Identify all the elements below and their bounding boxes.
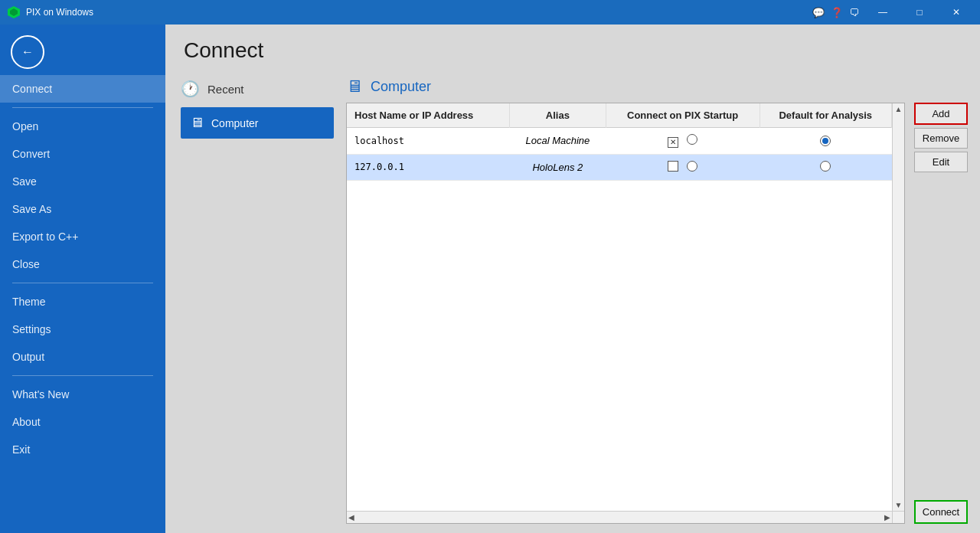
close-button[interactable]: ✕: [939, 0, 974, 25]
default-radio-1[interactable]: [820, 136, 831, 146]
sidebar-item-close[interactable]: Close: [0, 250, 165, 278]
sidebar-item-connect[interactable]: Connect: [0, 75, 165, 103]
scroll-right-arrow[interactable]: ▶: [884, 513, 890, 522]
cell-alias-1: Local Machine: [510, 128, 606, 155]
sidebar-label-save: Save: [12, 175, 37, 188]
connect-radio-1[interactable]: [687, 134, 697, 145]
col-host: Host Name or IP Address: [347, 103, 510, 128]
edit-button[interactable]: Edit: [914, 152, 968, 172]
scroll-left-arrow[interactable]: ◀: [348, 513, 354, 522]
panel-title: 🖥 Computer: [346, 72, 968, 103]
table-header-row: Host Name or IP Address Alias Connect on…: [347, 103, 892, 128]
scroll-down-arrow[interactable]: ▼: [895, 501, 903, 509]
sidebar-item-about[interactable]: About: [0, 408, 165, 436]
chat-icon[interactable]: 🗨: [849, 7, 859, 18]
sidebar-label-settings: Settings: [12, 323, 51, 335]
cell-alias-2: HoloLens 2: [510, 154, 606, 180]
bottom-buttons: Connect: [914, 175, 968, 524]
cell-default-2[interactable]: [760, 154, 891, 180]
sidebar-divider-3: [12, 375, 153, 376]
table-wrapper: Host Name or IP Address Alias Connect on…: [346, 103, 905, 524]
maximize-button[interactable]: □: [902, 0, 937, 25]
sidebar-label-close: Close: [12, 258, 40, 270]
sidebar-label-about: About: [12, 416, 41, 428]
sidebar-item-settings[interactable]: Settings: [0, 316, 165, 343]
help-icon[interactable]: ❓: [831, 7, 843, 18]
left-panel: 🕐 Recent 🖥 Computer: [165, 72, 334, 524]
right-panel: 🖥 Computer Host Name or IP Address: [334, 72, 980, 524]
sidebar-item-exit[interactable]: Exit: [0, 436, 165, 463]
cell-connect-2[interactable]: [606, 154, 760, 180]
col-alias: Alias: [510, 103, 606, 128]
app-title: PIX on Windows: [26, 7, 812, 18]
horizontal-scrollbar[interactable]: ◀ ▶: [347, 511, 892, 523]
content-area: 🕐 Recent 🖥 Computer 🖥 Computer: [165, 72, 980, 533]
sidebar: ← Connect Open Convert Save Save As Expo…: [0, 25, 165, 533]
table-container: Host Name or IP Address Alias Connect on…: [346, 103, 968, 524]
back-button[interactable]: ←: [11, 35, 44, 69]
sidebar-label-output: Output: [12, 351, 44, 363]
table-row[interactable]: localhost Local Machine ✕: [347, 128, 892, 155]
remove-button[interactable]: Remove: [914, 128, 968, 149]
sidebar-label-save-as: Save As: [12, 203, 51, 215]
cell-connect-1[interactable]: ✕: [606, 128, 760, 155]
sidebar-label-connect: Connect: [12, 83, 52, 95]
nav-recent-label: Recent: [207, 83, 244, 96]
table-scroll-area: Host Name or IP Address Alias Connect on…: [347, 103, 892, 511]
add-button[interactable]: Add: [914, 103, 968, 125]
cell-default-1[interactable]: [760, 128, 891, 155]
window-controls: — □ ✕: [865, 0, 974, 25]
sidebar-item-save[interactable]: Save: [0, 168, 165, 195]
computer-nav-icon: 🖥: [190, 115, 204, 131]
nav-computer[interactable]: 🖥 Computer: [181, 107, 334, 139]
sidebar-label-open: Open: [12, 120, 38, 132]
vertical-scrollbar[interactable]: ▲ ▼: [892, 103, 904, 511]
sidebar-label-exit: Exit: [12, 443, 30, 456]
sidebar-divider-1: [12, 107, 153, 108]
sidebar-label-whats-new: What's New: [12, 388, 69, 401]
main-content: Connect 🕐 Recent 🖥 Computer 🖥 Computer: [165, 25, 980, 533]
computer-table: Host Name or IP Address Alias Connect on…: [347, 103, 892, 181]
cell-host-1: localhost: [347, 128, 510, 155]
connect-radio-2[interactable]: [687, 161, 697, 172]
sidebar-item-convert[interactable]: Convert: [0, 140, 165, 168]
feedback-icon[interactable]: 💬: [812, 7, 825, 18]
sidebar-item-export-cpp[interactable]: Export to C++: [0, 223, 165, 250]
app-body: ← Connect Open Convert Save Save As Expo…: [0, 25, 980, 533]
page-title: Connect: [165, 25, 980, 72]
scroll-up-arrow[interactable]: ▲: [895, 105, 903, 113]
sidebar-item-whats-new[interactable]: What's New: [0, 381, 165, 408]
table-row[interactable]: 127.0.0.1 HoloLens 2: [347, 154, 892, 180]
recent-icon: 🕐: [181, 80, 200, 98]
nav-recent[interactable]: 🕐 Recent: [181, 72, 334, 104]
table-bottom-bar: ◀ ▶: [347, 511, 904, 523]
titlebar: PIX on Windows 💬 ❓ 🗨 — □ ✕: [0, 0, 980, 25]
action-buttons: Add Remove Edit Connect: [914, 103, 968, 524]
titlebar-icons: 💬 ❓ 🗨: [812, 7, 859, 18]
col-connect-pix: Connect on PIX Startup: [606, 103, 760, 128]
sidebar-label-theme: Theme: [12, 296, 46, 308]
cell-host-2: 127.0.0.1: [347, 154, 510, 180]
nav-computer-label: Computer: [211, 117, 258, 129]
sidebar-item-open[interactable]: Open: [0, 113, 165, 140]
default-radio-2[interactable]: [820, 161, 831, 172]
sidebar-item-output[interactable]: Output: [0, 343, 165, 371]
connect-button[interactable]: Connect: [914, 500, 968, 524]
panel-computer-icon: 🖥: [346, 77, 363, 96]
app-icon: [6, 5, 21, 20]
sidebar-item-theme[interactable]: Theme: [0, 288, 165, 316]
sidebar-label-export-cpp: Export to C++: [12, 231, 78, 243]
connect-checkbox-1[interactable]: ✕: [668, 137, 678, 148]
scrollbar-corner: [892, 511, 904, 523]
connect-checkbox-2[interactable]: [668, 161, 678, 172]
sidebar-divider-2: [12, 283, 153, 283]
col-default-analysis: Default for Analysis: [760, 103, 891, 128]
sidebar-label-convert: Convert: [12, 148, 50, 160]
table-inner: Host Name or IP Address Alias Connect on…: [347, 103, 904, 511]
minimize-button[interactable]: —: [865, 0, 900, 25]
sidebar-item-save-as[interactable]: Save As: [0, 195, 165, 223]
panel-title-label: Computer: [371, 79, 431, 95]
